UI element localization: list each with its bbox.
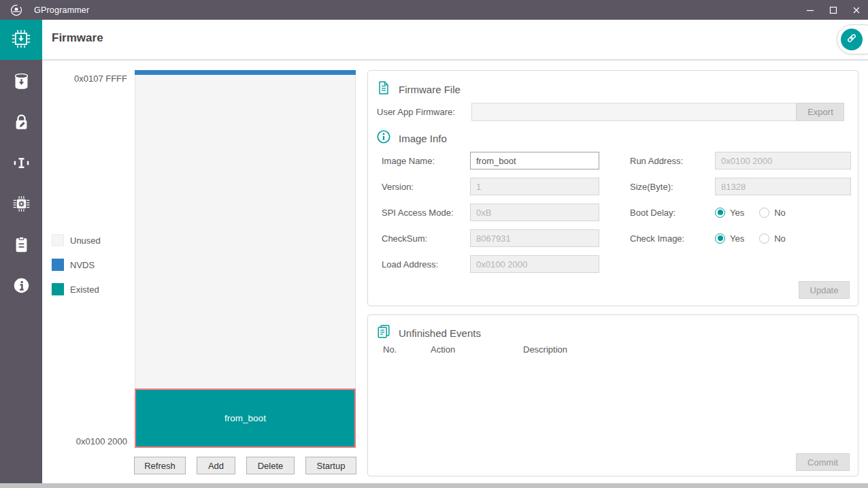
image-name-input[interactable]	[470, 152, 599, 169]
link-icon	[846, 32, 858, 47]
boot-delay-yes-radio[interactable]: Yes	[715, 208, 744, 218]
memory-map: from_boot	[135, 70, 356, 448]
unfinished-events-header: Unfinished Events	[376, 324, 481, 342]
image-info-form: Image Name: Run Address: Version: Size(B…	[382, 148, 850, 277]
memory-block-nvds[interactable]	[135, 70, 356, 75]
connect-device-button[interactable]	[841, 29, 863, 50]
memory-legend: Unused NVDS Existed	[52, 234, 101, 308]
startup-button[interactable]: Startup	[305, 457, 356, 474]
page-title: Firmware	[52, 31, 103, 45]
memory-bottom-address: 0x0100 2000	[42, 436, 127, 446]
load-address-row: Load Address:	[382, 251, 630, 277]
legend-item-nvds: NVDS	[52, 259, 101, 271]
radio-unselected-icon	[759, 233, 769, 244]
column-no: No.	[383, 344, 431, 355]
goodix-logo-icon	[10, 3, 23, 17]
check-image-no-radio[interactable]: No	[759, 233, 786, 244]
boot-delay-no-radio[interactable]: No	[759, 208, 786, 218]
check-image-radio-group: Yes No	[715, 233, 801, 244]
add-button[interactable]: Add	[197, 457, 235, 474]
minimize-button[interactable]	[799, 0, 822, 20]
title-bar: GProgrammer	[0, 0, 868, 20]
checksum-row: CheckSum:	[382, 225, 630, 251]
column-action: Action	[431, 344, 523, 355]
window-controls	[799, 0, 868, 20]
connect-pill	[837, 25, 868, 54]
stacked-documents-icon	[376, 324, 399, 342]
info-circle-icon	[376, 129, 399, 147]
sidebar-item-encrypt-sign[interactable]	[0, 103, 42, 144]
user-app-firmware-input[interactable]	[471, 103, 797, 121]
page-header: Firmware	[42, 20, 868, 61]
export-button[interactable]: Export	[797, 103, 844, 121]
run-address-row: Run Address:	[630, 148, 851, 174]
sidebar-item-firmware[interactable]	[0, 20, 42, 60]
sidebar-item-chip-config[interactable]	[0, 184, 42, 225]
events-table-header: No. Action Description	[383, 344, 659, 355]
check-image-yes-radio[interactable]: Yes	[715, 233, 744, 244]
version-input[interactable]	[470, 178, 599, 195]
boot-delay-radio-group: Yes No	[715, 208, 801, 218]
commit-button[interactable]: Commit	[796, 453, 850, 471]
sidebar-item-device-connect[interactable]	[0, 144, 42, 184]
window-bottom-edge	[0, 483, 868, 488]
load-address-input[interactable]	[470, 255, 599, 273]
events-table-body	[376, 359, 850, 447]
user-app-firmware-label: User App Firmware:	[377, 107, 455, 117]
radio-selected-icon	[715, 208, 725, 218]
delete-button[interactable]: Delete	[246, 457, 295, 474]
boot-delay-row: Boot Delay: Yes No	[630, 199, 851, 225]
spi-access-mode-input[interactable]	[470, 204, 599, 221]
gprogrammer-window: GProgrammer	[0, 0, 868, 488]
sidebar-item-about[interactable]	[0, 266, 42, 307]
size-row: Size(Byte):	[630, 174, 851, 199]
sidebar-item-device-log[interactable]	[0, 225, 42, 266]
clipboard-icon	[12, 235, 31, 257]
chip-gear-icon	[12, 195, 31, 216]
image-name-row: Image Name:	[382, 148, 630, 174]
memory-block-label: from_boot	[224, 413, 266, 423]
unfinished-events-title: Unfinished Events	[399, 327, 481, 339]
flash-download-icon	[12, 72, 31, 93]
checksum-input[interactable]	[470, 229, 599, 247]
memory-block-unused[interactable]	[135, 75, 356, 389]
firmware-file-card: Firmware File User App Firmware: Export …	[367, 70, 858, 306]
firmware-file-title: Firmware File	[399, 84, 461, 95]
refresh-button[interactable]: Refresh	[134, 457, 186, 474]
legend-item-unused: Unused	[52, 234, 101, 246]
memory-toolbar: Refresh Add Delete Startup	[134, 457, 356, 474]
app-title: GProgrammer	[34, 5, 89, 15]
info-icon	[12, 276, 31, 297]
legend-swatch-unused	[52, 234, 64, 246]
document-icon	[376, 80, 399, 98]
version-row: Version:	[382, 174, 630, 199]
unfinished-events-card: Unfinished Events No. Action Description…	[367, 314, 858, 476]
close-button[interactable]	[845, 0, 868, 20]
memory-top-address: 0x0107 FFFF	[42, 74, 127, 84]
spi-access-mode-row: SPI Access Mode:	[382, 199, 630, 225]
radio-selected-icon	[715, 233, 725, 244]
image-info-header: Image Info	[376, 129, 447, 147]
check-image-row: Check Image: Yes No	[630, 225, 851, 251]
legend-item-existed: Existed	[52, 283, 101, 295]
run-address-input[interactable]	[715, 152, 851, 169]
chip-download-icon	[11, 29, 31, 52]
update-button[interactable]: Update	[799, 281, 850, 299]
image-info-title: Image Info	[399, 133, 447, 144]
size-input[interactable]	[715, 178, 851, 195]
maximize-button[interactable]	[822, 0, 845, 20]
form-empty-cell	[630, 251, 851, 277]
firmware-file-header: Firmware File	[376, 80, 461, 98]
sidebar-item-flash[interactable]	[0, 62, 42, 103]
radio-unselected-icon	[759, 208, 769, 218]
legend-swatch-existed	[52, 283, 64, 295]
column-description: Description	[523, 344, 659, 355]
legend-swatch-nvds	[52, 259, 64, 271]
connector-icon	[12, 154, 31, 175]
sidebar	[0, 20, 42, 483]
lock-pencil-icon	[12, 113, 31, 134]
memory-block-from-boot[interactable]: from_boot	[135, 389, 356, 448]
